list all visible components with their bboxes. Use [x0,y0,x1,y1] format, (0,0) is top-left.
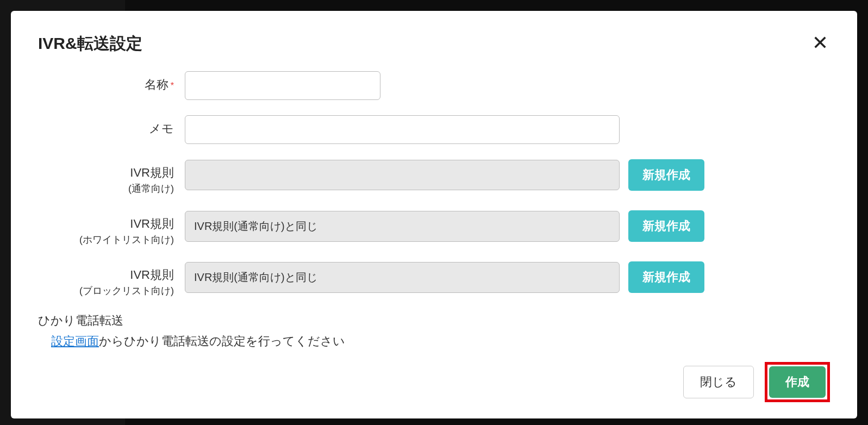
input-col: 新規作成 [185,159,830,191]
name-label: 名称 [145,78,168,91]
hikari-section: ひかり電話転送 設定画面からひかり電話転送の設定を行ってください [38,312,830,349]
form-row-ivr-normal: IVR規則 (通常向け) 新規作成 [38,159,830,195]
input-col: IVR規則(通常向け)と同じ 新規作成 [185,210,830,242]
input-col: IVR規則(通常向け)と同じ 新規作成 [185,261,830,293]
modal-footer: 閉じる 作成 [38,362,830,402]
create-button-highlight: 作成 [765,362,830,402]
ivr-blocklist-label: IVR規則 [130,268,174,282]
label-col: IVR規則 (通常向け) [38,159,185,195]
close-button[interactable] [810,33,830,54]
form-row-ivr-blocklist: IVR規則 (ブロックリスト向け) IVR規則(通常向け)と同じ 新規作成 [38,261,830,297]
ivr-whitelist-label: IVR規則 [130,217,174,230]
ivr-whitelist-create-button[interactable]: 新規作成 [628,210,704,242]
ivr-normal-label: IVR規則 [130,166,174,179]
ivr-blocklist-sublabel: (ブロックリスト向け) [38,284,174,297]
modal-title: IVR&転送設定 [38,33,142,55]
ivr-blocklist-create-button[interactable]: 新規作成 [628,261,704,293]
ivr-whitelist-sublabel: (ホワイトリスト向け) [38,233,174,246]
form-row-memo: メモ [38,115,830,144]
required-mark: * [171,81,174,90]
ivr-blocklist-select[interactable]: IVR規則(通常向け)と同じ [185,262,620,293]
name-input[interactable] [185,71,380,100]
ivr-normal-sublabel: (通常向け) [38,182,174,195]
hikari-settings-link[interactable]: 設定画面 [51,334,99,348]
form-body: 名称* メモ IVR規則 (通常向け) 新規作成 [38,71,830,351]
ivr-whitelist-select[interactable]: IVR規則(通常向け)と同じ [185,211,620,242]
memo-label: メモ [149,122,174,135]
form-row-ivr-whitelist: IVR規則 (ホワイトリスト向け) IVR規則(通常向け)と同じ 新規作成 [38,210,830,246]
hikari-title: ひかり電話転送 [38,312,830,329]
ivr-normal-create-button[interactable]: 新規作成 [628,159,704,191]
input-col [185,71,830,100]
footer-create-button[interactable]: 作成 [769,366,826,398]
footer-close-button[interactable]: 閉じる [683,366,754,398]
ivr-settings-modal: IVR&転送設定 名称* メモ IV [11,11,857,418]
label-col: 名称* [38,71,185,93]
form-row-name: 名称* [38,71,830,100]
hikari-suffix: からひかり電話転送の設定を行ってください [99,334,345,348]
memo-input[interactable] [185,115,620,144]
close-icon [813,35,828,50]
modal-header: IVR&転送設定 [38,33,830,55]
label-col: IVR規則 (ホワイトリスト向け) [38,210,185,246]
label-col: メモ [38,115,185,137]
ivr-normal-select[interactable] [185,160,620,190]
hikari-text: 設定画面からひかり電話転送の設定を行ってください [38,333,830,349]
input-col [185,115,830,144]
label-col: IVR規則 (ブロックリスト向け) [38,261,185,297]
